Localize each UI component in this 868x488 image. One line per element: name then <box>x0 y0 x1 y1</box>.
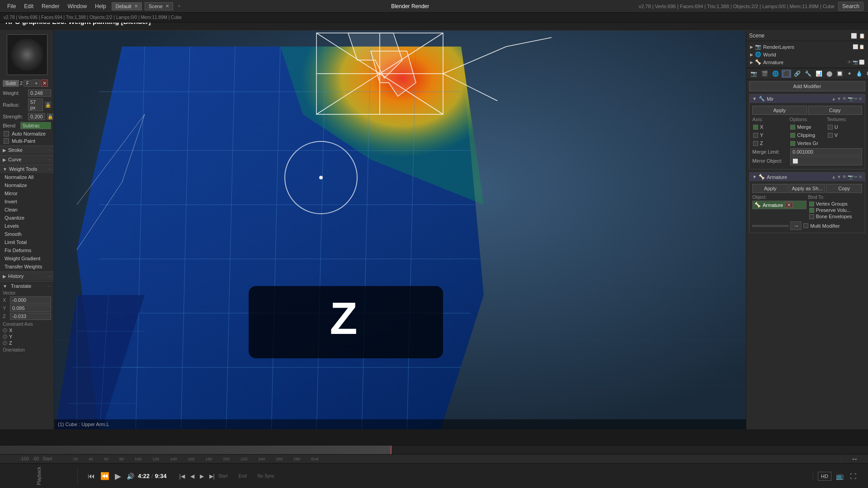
strength-lock-btn[interactable]: 🔒 <box>47 113 53 120</box>
tl-step-back-btn[interactable]: ⏪ <box>99 471 111 481</box>
radio-y-row[interactable]: Y <box>3 334 51 339</box>
tl-frame-jump-start-btn[interactable]: |◀ <box>177 472 186 480</box>
multi-paint-checkbox[interactable] <box>4 138 9 144</box>
radio-x[interactable] <box>3 328 7 333</box>
history-section-header[interactable]: ▶ History ··· <box>0 272 54 280</box>
props-texture-icon[interactable]: 🔲 <box>835 70 844 78</box>
tab-close-scene[interactable]: ✕ <box>165 4 169 9</box>
tl-cast-btn[interactable]: 📺 <box>834 472 845 481</box>
props-physics-icon[interactable]: 💧 <box>854 70 864 78</box>
renderlayers-action-1[interactable]: ⬜ <box>853 44 858 49</box>
armature-up-btn[interactable]: ▲ <box>831 174 836 179</box>
mirror-down-btn[interactable]: ▼ <box>837 96 841 101</box>
multi-mod-check[interactable] <box>803 223 808 228</box>
tool-transfer-weights[interactable]: Transfer Weights <box>0 263 54 271</box>
tree-item-armature[interactable]: ▶ 🦴 Armature 👁 📷 ⬜ <box>746 58 868 66</box>
f-btn[interactable]: F <box>24 80 32 87</box>
weight-tools-section-header[interactable]: ▼ Weight Tools ··· <box>0 164 54 173</box>
radio-z-row[interactable]: Z <box>3 340 51 346</box>
tool-smooth[interactable]: Smooth <box>0 230 54 238</box>
scene-icon-2[interactable]: 📋 <box>859 33 865 39</box>
tab-close-default[interactable]: ✕ <box>134 4 138 9</box>
armature-render-btn[interactable]: ⬜ <box>859 60 864 65</box>
menu-file[interactable]: File <box>4 2 19 10</box>
add-modifier-btn[interactable]: Add Modifier <box>749 81 865 91</box>
armature-copy-btn[interactable]: Copy <box>826 184 862 193</box>
props-render-icon[interactable]: 📷 <box>749 70 759 78</box>
armature-apply-btn[interactable]: Apply <box>752 184 788 193</box>
armature-visibility-btn[interactable]: 👁 <box>842 174 847 179</box>
clipping-check[interactable] <box>790 133 795 138</box>
armature-render-btn[interactable]: 📷 <box>848 174 853 179</box>
remove-brush-btn[interactable]: ✕ <box>41 80 48 87</box>
renderlayers-action-2[interactable]: 📋 <box>859 44 864 49</box>
props-object-icon[interactable]: ⬛ <box>782 70 791 78</box>
tl-frame-next-btn[interactable]: ▶| <box>208 472 217 480</box>
tab-add[interactable]: + <box>178 3 181 9</box>
axis-x-check[interactable] <box>753 125 758 130</box>
props-modifier-icon[interactable]: 🔧 <box>803 70 813 78</box>
radio-y[interactable] <box>3 334 7 339</box>
tab-scene[interactable]: Scene ✕ <box>145 2 173 10</box>
menu-render[interactable]: Render <box>38 2 63 10</box>
timeline-expand-btn[interactable]: ↔ <box>851 455 859 463</box>
armature-camera-btn[interactable]: 📷 <box>853 60 858 65</box>
radius-value[interactable]: 57 px <box>28 99 43 111</box>
tl-play2-btn[interactable]: ▶ <box>198 472 206 480</box>
props-data-icon[interactable]: 📊 <box>814 70 824 78</box>
bone-envelopes-check[interactable] <box>809 214 814 219</box>
merge-limit-value[interactable]: 0.001000 <box>790 148 862 155</box>
radio-x-row[interactable]: X <box>3 328 51 333</box>
radius-lock-btn[interactable]: 🔒 <box>45 102 51 108</box>
tool-clean[interactable]: Clean <box>0 206 54 214</box>
translate-header[interactable]: ▼ Translate ··· <box>3 283 51 289</box>
v-check[interactable] <box>828 133 833 138</box>
auto-normalize-row[interactable]: Auto Normalize <box>0 130 54 137</box>
multi-paint-row[interactable]: Multi-Paint <box>0 137 54 145</box>
radio-z[interactable] <box>3 341 7 345</box>
merge-check[interactable] <box>790 125 795 130</box>
timeline-scrubber[interactable] <box>0 446 868 455</box>
blend-value[interactable]: Subtrac <box>20 122 51 129</box>
armature-edit-btn[interactable]: ✏ <box>854 174 858 179</box>
mirror-collapse-btn[interactable]: ▼ <box>752 96 757 101</box>
props-scene-icon[interactable]: 🎬 <box>760 70 769 78</box>
armature-down-btn[interactable]: ▼ <box>837 174 841 179</box>
tool-limit-total[interactable]: Limit Total <box>0 238 54 246</box>
tl-hd-btn[interactable]: HD <box>818 472 831 481</box>
tool-normalize[interactable]: Normalize <box>0 181 54 189</box>
preserve-volu-check[interactable] <box>809 208 814 213</box>
props-constraints-icon[interactable]: 🔗 <box>793 70 802 78</box>
mirror-apply-btn[interactable]: Apply <box>752 106 807 115</box>
axis-z-check[interactable] <box>753 141 758 146</box>
mirror-edit-btn[interactable]: ✏ <box>854 96 858 101</box>
vec-x-value[interactable]: -0.000 <box>10 296 51 304</box>
armature-close-btn[interactable]: ✕ <box>859 174 862 179</box>
timeline-playhead[interactable] <box>391 446 392 454</box>
auto-normalize-checkbox[interactable] <box>4 131 9 136</box>
tl-fullscreen-btn[interactable]: ⛶ <box>848 472 858 481</box>
props-material-icon[interactable]: ⬤ <box>825 70 834 78</box>
armature-apply-as-sh-btn[interactable]: Apply as Sh... <box>789 184 826 193</box>
tl-play-btn[interactable]: ▶ <box>113 470 123 482</box>
subtr-btn[interactable]: Subtr <box>3 80 19 87</box>
menu-edit[interactable]: Edit <box>20 2 37 10</box>
mirror-render-btn[interactable]: 📷 <box>848 96 853 101</box>
main-viewport[interactable]: Z (1) Cube : Upper Arm.L <box>54 31 746 429</box>
stroke-section-header[interactable]: ▶ Stroke ··· <box>0 145 54 154</box>
mirror-visibility-btn[interactable]: 👁 <box>842 96 847 101</box>
curve-section-header[interactable]: ▶ Curve ··· <box>0 155 54 164</box>
tl-jump-start-btn[interactable]: ⏮ <box>86 471 97 481</box>
tree-item-renderlayers[interactable]: ▶ 📷 RenderLayers ⬜ 📋 <box>746 43 868 51</box>
mirror-close-btn[interactable]: ✕ <box>859 96 862 101</box>
tool-mirror[interactable]: Mirror <box>0 189 54 197</box>
tool-invert[interactable]: Invert <box>0 197 54 206</box>
search-btn[interactable]: Search <box>838 2 863 11</box>
weight-value[interactable]: 0.248 <box>28 89 51 97</box>
tl-volume-btn[interactable]: 🔊 <box>125 472 136 481</box>
mirror-up-btn[interactable]: ▲ <box>831 96 836 101</box>
strength-value[interactable]: 0.200 <box>28 113 45 120</box>
axis-y-check[interactable] <box>753 133 758 138</box>
menu-window[interactable]: Window <box>64 2 90 10</box>
u-check[interactable] <box>828 125 833 130</box>
